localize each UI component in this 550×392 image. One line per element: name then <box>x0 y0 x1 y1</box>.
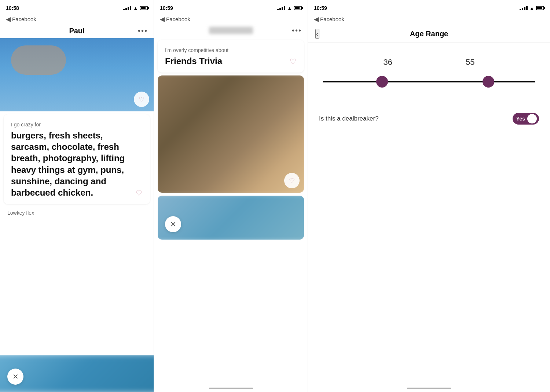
panel-3: 10:59 ▲ ◀ Facebook ‹ Age Range 36 55 <box>308 0 550 392</box>
toggle-yes-label: Yes <box>516 116 525 122</box>
prompt-label-2: I'm overly competitive about <box>165 47 297 53</box>
battery-fill-2 <box>295 7 300 9</box>
age-values-display: 36 55 <box>319 58 539 67</box>
more-dots-2[interactable]: ••• <box>292 26 302 35</box>
prompt-label-lowkey: Lowkey flex <box>0 207 154 217</box>
panel-1: 10:58 ▲ ◀ Facebook Paul ••• ♡ I go crazy… <box>0 0 154 392</box>
wifi-icon-1: ▲ <box>133 5 138 11</box>
back-label-2[interactable]: Facebook <box>166 16 190 22</box>
back-arrow-2[interactable]: ◀ <box>160 15 165 23</box>
slider-fill <box>382 81 488 82</box>
battery-icon-3 <box>536 6 544 10</box>
signal-bars-2 <box>277 6 285 10</box>
close-button-1[interactable]: ✕ <box>7 369 23 385</box>
panel-2: 10:59 ▲ ◀ Facebook ••• I'm overly compet… <box>154 0 308 392</box>
battery-fill-1 <box>141 7 146 9</box>
signal-bar-3-4 <box>526 6 528 10</box>
dealbreaker-toggle[interactable]: Yes <box>513 113 539 125</box>
profile-name-1: Paul <box>69 27 84 35</box>
back-nav-1[interactable]: ◀ Facebook <box>0 15 154 25</box>
prompt-label-1: I go crazy for <box>11 122 143 127</box>
slider-track <box>323 81 535 82</box>
age-range-header: ‹ Age Range <box>308 25 550 43</box>
status-icons-2: ▲ <box>277 5 302 11</box>
signal-bars-3 <box>520 6 528 10</box>
wifi-icon-2: ▲ <box>287 5 292 11</box>
signal-bar-2-3 <box>282 7 283 10</box>
signal-bar-3-2 <box>522 8 523 10</box>
slider-thumb-max[interactable] <box>483 76 494 88</box>
signal-bar-4 <box>130 6 131 10</box>
photo-wrapper-2 <box>158 75 304 193</box>
prompt-card-2: I'm overly competitive about Friends Tri… <box>158 40 304 73</box>
back-label-3[interactable]: Facebook <box>320 16 344 22</box>
signal-bar-3-1 <box>520 9 521 10</box>
photo-like-button-2[interactable]: ♡ <box>284 173 300 188</box>
card-like-button-1[interactable]: ♡ <box>132 186 146 200</box>
prompt-card-1: I go crazy for burgers, fresh sheets, sa… <box>4 114 150 204</box>
bottom-strip-1: ✕ <box>0 355 154 392</box>
age-range-title: Age Range <box>410 30 448 38</box>
signal-bars-1 <box>123 6 131 10</box>
blurred-photo-3 <box>158 196 304 240</box>
signal-bar-1 <box>123 9 125 10</box>
battery-fill-3 <box>537 7 542 9</box>
close-button-2[interactable]: ✕ <box>165 216 181 232</box>
blurred-photo-2 <box>158 75 304 193</box>
status-time-3: 10:59 <box>314 5 327 11</box>
battery-icon-1 <box>140 6 148 10</box>
slider-thumb-min[interactable] <box>376 76 388 88</box>
photo-card-2: ♡ <box>158 75 304 193</box>
age-range-content: 36 55 <box>308 43 550 104</box>
battery-icon-2 <box>294 6 302 10</box>
wifi-icon-3: ▲ <box>529 5 534 11</box>
signal-bar-2-2 <box>279 8 281 10</box>
back-arrow-3[interactable]: ◀ <box>314 15 319 23</box>
age-min-value: 36 <box>384 58 392 67</box>
status-time-2: 10:59 <box>160 5 173 11</box>
status-icons-3: ▲ <box>520 5 544 11</box>
prompt-answer-1: burgers, fresh sheets, sarcasm, chocolat… <box>11 130 143 198</box>
more-dots-1[interactable]: ••• <box>138 27 148 35</box>
profile-photo-1: ♡ <box>0 38 154 111</box>
home-bar-3 <box>407 388 451 389</box>
blurred-profile-name <box>209 27 253 34</box>
profile-header-2: ••• <box>154 25 308 37</box>
prompt-answer-2: Friends Trivia <box>165 55 297 67</box>
age-max-value: 55 <box>466 58 474 67</box>
status-bar-2: 10:59 ▲ <box>154 0 308 15</box>
back-nav-3[interactable]: ◀ Facebook <box>308 15 550 25</box>
like-button-1[interactable]: ♡ <box>134 92 149 107</box>
profile-header-1: Paul ••• <box>0 25 154 38</box>
back-label-1[interactable]: Facebook <box>12 16 36 22</box>
profile-image-1 <box>0 38 154 111</box>
dealbreaker-row: Is this a dealbreaker? Yes <box>308 104 550 133</box>
back-nav-2[interactable]: ◀ Facebook <box>154 15 308 25</box>
toggle-circle <box>527 114 537 123</box>
back-chevron-button[interactable]: ‹ <box>315 29 319 39</box>
signal-bar-2-4 <box>284 6 285 10</box>
status-icons-1: ▲ <box>123 5 148 11</box>
photo-wrapper-3 <box>158 196 304 240</box>
age-range-slider[interactable] <box>323 74 535 89</box>
back-arrow-1[interactable]: ◀ <box>6 15 11 23</box>
signal-bar-3-3 <box>524 7 525 10</box>
dealbreaker-label: Is this a dealbreaker? <box>319 115 379 122</box>
home-bar-2 <box>209 388 253 389</box>
status-time-1: 10:58 <box>6 5 19 11</box>
signal-bar-2-1 <box>277 9 279 10</box>
signal-bar-3 <box>128 7 129 10</box>
status-bar-3: 10:59 ▲ <box>308 0 550 15</box>
card-like-button-2[interactable]: ♡ <box>286 55 300 68</box>
status-bar-1: 10:58 ▲ <box>0 0 154 15</box>
signal-bar-2 <box>125 8 127 10</box>
photo-card-3: ✕ <box>158 196 304 240</box>
